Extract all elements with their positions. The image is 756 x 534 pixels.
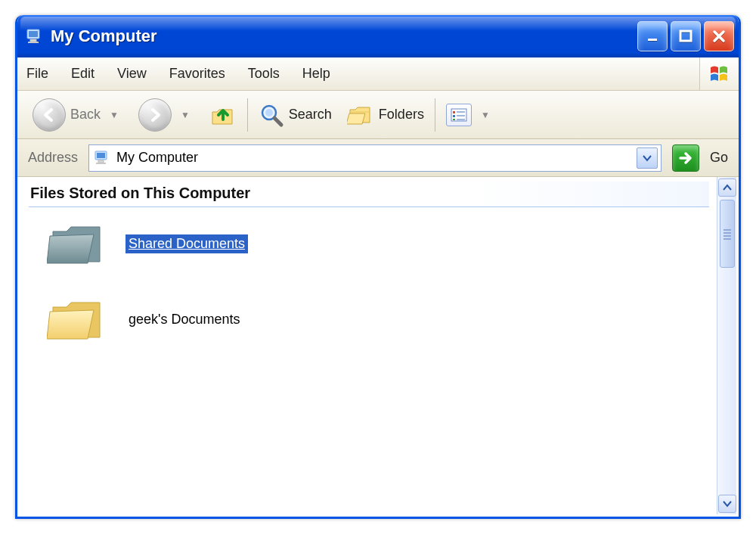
menu-bar: File Edit View Favorites Tools Help [17, 57, 739, 91]
svg-rect-2 [30, 39, 36, 42]
folder-item-shared-documents[interactable]: Shared Documents [47, 218, 709, 269]
views-button[interactable]: ▼ [438, 104, 502, 126]
address-dropdown[interactable] [637, 147, 658, 169]
chevron-up-icon [723, 184, 732, 191]
svg-rect-3 [28, 42, 39, 43]
folder-shared-icon [47, 218, 107, 269]
svg-rect-14 [457, 119, 465, 120]
svg-rect-13 [457, 115, 465, 116]
search-button[interactable]: Search [251, 102, 339, 128]
views-dropdown[interactable]: ▼ [481, 110, 490, 120]
window-title: My Computer [51, 26, 637, 46]
svg-rect-16 [97, 153, 105, 158]
nav-back-group[interactable]: Back ▼ [25, 98, 131, 132]
address-field[interactable]: My Computer [88, 144, 662, 172]
toolbar-separator-2 [435, 98, 435, 132]
scroll-up-button[interactable] [718, 179, 736, 197]
vertical-scrollbar[interactable] [717, 177, 736, 514]
nav-forward-group[interactable]: ▼ [131, 98, 202, 132]
svg-rect-12 [457, 111, 465, 113]
scroll-thumb[interactable] [720, 200, 735, 268]
svg-rect-5 [680, 31, 691, 41]
section-header: Files Stored on This Computer [29, 182, 709, 207]
folders-icon [347, 103, 374, 127]
menu-edit[interactable]: Edit [70, 64, 96, 83]
nav-up-button[interactable] [202, 101, 244, 129]
back-label: Back [70, 107, 101, 123]
minimize-button[interactable] [637, 21, 668, 51]
back-dropdown[interactable]: ▼ [110, 110, 119, 120]
svg-rect-11 [453, 119, 455, 120]
svg-rect-1 [29, 31, 38, 37]
search-icon [259, 102, 284, 128]
svg-rect-4 [648, 39, 657, 41]
folder-icon [47, 293, 107, 345]
toolbar: Back ▼ ▼ Search [17, 91, 739, 139]
menu-tools[interactable]: Tools [246, 64, 281, 83]
views-icon [446, 104, 472, 126]
go-label: Go [710, 150, 728, 166]
toolbar-separator [247, 98, 248, 132]
svg-rect-10 [453, 115, 455, 117]
search-label: Search [289, 107, 332, 123]
chevron-down-icon [723, 500, 732, 508]
folder-item-user-documents[interactable]: geek's Documents [47, 293, 709, 345]
menu-help[interactable]: Help [301, 64, 332, 83]
content-pane[interactable]: Files Stored on This Computer Shared Doc… [20, 177, 717, 514]
svg-rect-17 [98, 160, 104, 163]
svg-rect-18 [96, 163, 106, 164]
address-label: Address [28, 150, 78, 166]
explorer-window: My Computer File Edit View Favorites Too… [15, 15, 741, 519]
folder-up-icon [209, 101, 237, 129]
forward-icon [138, 98, 172, 132]
windows-logo-icon[interactable] [699, 57, 739, 90]
menu-file[interactable]: File [25, 64, 50, 83]
title-bar[interactable]: My Computer [17, 15, 739, 57]
my-computer-icon [94, 150, 110, 166]
go-button[interactable] [672, 144, 699, 172]
address-value: My Computer [116, 150, 198, 166]
scroll-down-button[interactable] [718, 495, 736, 513]
my-computer-icon [25, 27, 43, 45]
forward-dropdown[interactable]: ▼ [181, 110, 190, 120]
maximize-button[interactable] [671, 21, 701, 51]
arrow-right-icon [677, 150, 694, 166]
svg-rect-9 [453, 111, 455, 113]
menu-view[interactable]: View [116, 64, 148, 83]
folders-button[interactable]: Folders [339, 103, 432, 127]
folders-label: Folders [379, 107, 424, 123]
folder-label: geek's Documents [125, 310, 243, 329]
menu-favorites[interactable]: Favorites [168, 64, 227, 83]
back-icon [33, 98, 66, 132]
address-bar: Address My Computer Go [17, 139, 739, 177]
svg-point-7 [265, 109, 273, 116]
close-button[interactable] [704, 21, 734, 51]
scroll-track[interactable] [717, 269, 736, 493]
folder-label: Shared Documents [125, 234, 248, 253]
